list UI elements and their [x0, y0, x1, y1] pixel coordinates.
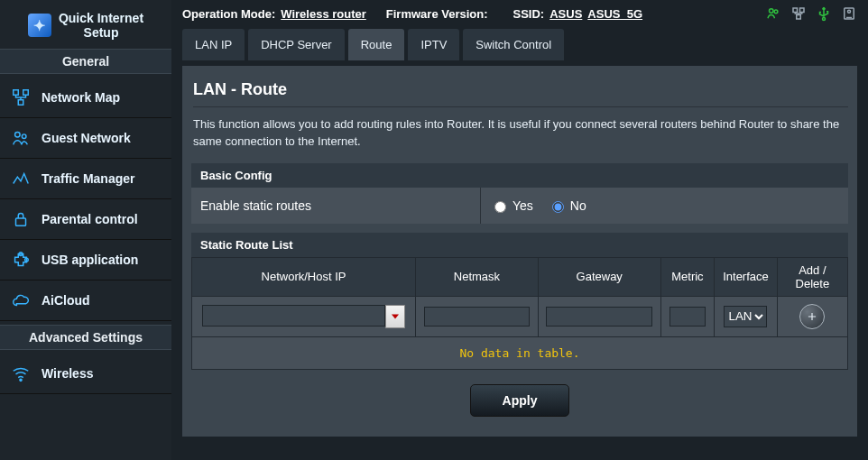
col-metric: Metric [660, 257, 715, 296]
netmask-input[interactable] [424, 307, 531, 327]
sidebar-item-label: Parental control [42, 212, 138, 226]
svg-point-10 [774, 10, 778, 14]
cloud-icon [9, 290, 32, 311]
usb-icon[interactable] [816, 5, 832, 22]
page-title: LAN - Route [193, 80, 848, 107]
sidebar-item-network-map[interactable]: Network Map [0, 78, 171, 118]
wifi-icon [9, 363, 32, 384]
svg-rect-11 [793, 8, 798, 13]
sidebar-item-wireless[interactable]: Wireless [0, 354, 171, 394]
ssid-label: SSID: [513, 7, 545, 21]
puzzle-icon [9, 249, 32, 271]
tab-dhcp-server[interactable]: DHCP Server [248, 29, 345, 60]
clients-icon[interactable] [765, 5, 781, 22]
lock-icon [9, 208, 32, 230]
svg-rect-0 [14, 90, 19, 96]
network-map-icon [9, 87, 32, 108]
col-network: Network/Host IP [192, 257, 416, 296]
section-general: General [0, 49, 171, 74]
interface-select[interactable]: LAN [724, 306, 767, 327]
enable-static-no[interactable]: No [548, 198, 586, 213]
svg-rect-1 [23, 90, 29, 96]
sidebar-item-label: Network Map [42, 90, 120, 105]
col-interface: Interface [715, 257, 778, 296]
sidebar-item-usb-application[interactable]: USB application [0, 240, 171, 281]
svg-rect-13 [797, 15, 801, 20]
metric-input[interactable] [669, 307, 706, 327]
network-host-input[interactable] [202, 305, 386, 327]
apply-button[interactable]: Apply [470, 384, 569, 417]
enable-static-row: Enable static routes Yes No [191, 188, 848, 224]
col-gateway: Gateway [538, 257, 660, 296]
sidebar-item-label: AiCloud [42, 293, 90, 308]
svg-point-9 [770, 9, 774, 14]
sidebar-item-aicloud[interactable]: AiCloud [0, 281, 171, 321]
ssid-2[interactable]: ASUS_5G [587, 7, 642, 21]
traffic-manager-icon [9, 168, 32, 189]
tab-route[interactable]: Route [348, 29, 405, 60]
svg-point-14 [823, 18, 826, 21]
col-netmask: Netmask [416, 257, 539, 296]
network-icon[interactable] [790, 5, 807, 22]
device-icon[interactable] [841, 5, 857, 22]
chevron-down-icon[interactable] [385, 305, 405, 328]
page-description: This function allows you to add routing … [193, 116, 846, 151]
svg-point-3 [15, 133, 20, 138]
static-route-table: Network/Host IP Netmask Gateway Metric I… [191, 257, 848, 370]
gateway-input[interactable] [546, 307, 652, 327]
sidebar-item-label: Wireless [42, 366, 93, 381]
svg-point-4 [22, 134, 26, 139]
op-mode-value[interactable]: Wireless router [281, 7, 366, 21]
tab-iptv[interactable]: IPTV [408, 29, 459, 60]
svg-rect-2 [18, 100, 23, 106]
content-panel: LAN - Route This function allows you to … [182, 66, 857, 437]
fw-label: Firmware Version: [386, 7, 488, 21]
enable-static-label: Enable static routes [191, 188, 481, 224]
svg-rect-12 [800, 8, 805, 13]
svg-point-16 [848, 10, 851, 13]
table-input-row: LAN [192, 296, 848, 336]
wand-icon: ✦ [28, 14, 51, 37]
svg-point-8 [20, 379, 22, 381]
ssid-1[interactable]: ASUS [549, 7, 582, 21]
col-add-delete: Add / Delete [777, 257, 847, 296]
sidebar-item-traffic-manager[interactable]: Traffic Manager [0, 159, 171, 199]
qis-label: Quick Internet Setup [59, 11, 143, 40]
tab-bar: LAN IP DHCP Server Route IPTV Switch Con… [171, 23, 868, 60]
sidebar-item-label: Guest Network [42, 131, 131, 145]
section-advanced: Advanced Settings [0, 325, 171, 350]
topbar: Operation Mode: Wireless router Firmware… [171, 0, 868, 23]
tab-switch-control[interactable]: Switch Control [463, 29, 564, 60]
network-host-combo[interactable] [202, 305, 406, 328]
enable-static-yes[interactable]: Yes [490, 198, 533, 213]
op-mode-label: Operation Mode: [182, 7, 275, 21]
sidebar-item-label: Traffic Manager [42, 171, 134, 186]
svg-rect-5 [16, 218, 26, 225]
sidebar-item-parental-control[interactable]: Parental control [0, 199, 171, 240]
table-empty-row: No data in table. [192, 336, 848, 369]
basic-config-header: Basic Config [191, 163, 848, 188]
sidebar-item-label: USB application [42, 253, 138, 267]
tab-lan-ip[interactable]: LAN IP [182, 29, 245, 60]
static-route-header: Static Route List [191, 233, 848, 257]
add-route-button[interactable] [799, 304, 825, 329]
guest-network-icon [9, 127, 32, 149]
quick-internet-setup[interactable]: ✦ Quick Internet Setup [5, 11, 166, 40]
sidebar-item-guest-network[interactable]: Guest Network [0, 118, 171, 159]
